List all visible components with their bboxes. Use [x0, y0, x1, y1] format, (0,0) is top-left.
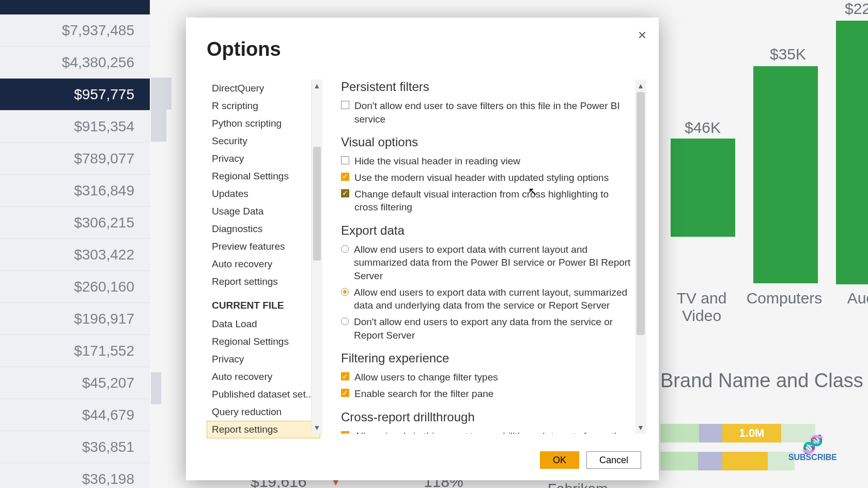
options-dialog: × Options DirectQueryR scriptingPython s…: [186, 18, 659, 480]
table-row: $36,198: [0, 463, 150, 488]
brand-label: Fabrikam: [548, 481, 608, 488]
content-scrollbar[interactable]: ▲ ▼: [635, 80, 646, 434]
section-title-export: Export data: [341, 223, 631, 238]
scroll-up-icon[interactable]: ▲: [635, 80, 646, 92]
section-title-crossreport: Cross-report drillthrough: [341, 410, 631, 424]
checkbox-label: Allow visuals in this report to use dril…: [354, 430, 631, 434]
sidebar-item[interactable]: Data Load: [207, 315, 320, 333]
checkbox[interactable]: ✓: [341, 173, 349, 181]
bar-label: $46K: [685, 119, 721, 136]
chart-cat: Computers: [743, 289, 826, 307]
table-row: $4,380,256: [0, 47, 150, 79]
subscribe-badge: 🧬 SUBSCRIBE: [788, 435, 837, 462]
table-row: $303,422: [0, 239, 150, 271]
checkbox[interactable]: [341, 156, 349, 164]
sidebar-item[interactable]: Privacy: [207, 150, 320, 167]
table-row: $915,354: [0, 111, 150, 143]
sidebar-item[interactable]: Report settings: [207, 421, 320, 438]
sidebar-item[interactable]: Auto recovery: [207, 255, 320, 273]
chart-cat: Audio: [826, 289, 868, 307]
sidebar-item[interactable]: Report settings: [207, 273, 320, 291]
options-sidebar: DirectQueryR scriptingPython scriptingSe…: [207, 80, 320, 434]
checkbox-label: Don't allow end user to save filters on …: [354, 99, 631, 126]
radio[interactable]: [341, 288, 349, 296]
table-row: $196,917: [0, 303, 150, 335]
checkbox[interactable]: [341, 101, 349, 109]
scroll-thumb[interactable]: [637, 92, 645, 335]
table-row: $45,207: [0, 367, 150, 399]
sidebar-item[interactable]: Updates: [207, 185, 320, 203]
section-title-filtering: Filtering experience: [341, 351, 631, 365]
scroll-thumb[interactable]: [313, 147, 321, 261]
table-row: $171,552: [0, 335, 150, 367]
sidebar-item[interactable]: DirectQuery: [207, 80, 320, 97]
checkbox-label: Allow users to change filter types: [354, 371, 498, 384]
dna-icon: 🧬: [788, 435, 837, 453]
chart-cat: TV and Video: [660, 289, 743, 325]
checkbox[interactable]: ✓: [341, 372, 349, 380]
section-title-visual: Visual options: [341, 135, 631, 149]
checkbox[interactable]: ✓: [341, 389, 349, 397]
radio-label: Allow end users to export data with curr…: [354, 243, 631, 283]
sidebar-item[interactable]: Query reduction: [207, 403, 320, 421]
close-button[interactable]: ×: [638, 27, 646, 43]
radio[interactable]: [341, 245, 349, 253]
checkbox-label: Hide the visual header in reading view: [354, 155, 520, 168]
bar-label: $22K: [845, 0, 868, 18]
table-row: $957,775: [0, 79, 150, 111]
sidebar-item[interactable]: Usage Data: [207, 203, 320, 220]
sidebar-item[interactable]: R scripting: [207, 97, 320, 115]
bar-label: $35K: [770, 45, 806, 63]
table-row: $260,160: [0, 271, 150, 303]
bar: [836, 21, 868, 284]
table-row: $36,851: [0, 431, 150, 463]
table-row: $316,849: [0, 175, 150, 207]
bg-bar: [151, 110, 166, 142]
checkbox[interactable]: ✓: [341, 189, 349, 197]
background-table: $7,937,485$4,380,256$957,775$915,354$789…: [0, 0, 150, 488]
table-row: $306,215: [0, 207, 150, 239]
section-title-persistent: Persistent filters: [341, 80, 631, 94]
radio-label: Allow end users to export data with curr…: [354, 286, 631, 312]
radio-label: Don't allow end users to export any data…: [354, 315, 631, 342]
sidebar-item[interactable]: Diagnostics: [207, 220, 320, 238]
sidebar-item[interactable]: Published dataset set...: [207, 386, 320, 403]
bar: [753, 66, 818, 283]
table-row: $789,077: [0, 143, 150, 175]
chart-title: Brand Name and Class: [660, 370, 863, 392]
sidebar-item[interactable]: Privacy: [207, 350, 320, 368]
bg-bar: [151, 372, 161, 404]
table-row: $7,937,485: [0, 14, 150, 47]
stacked-bar: [660, 452, 795, 470]
sidebar-item[interactable]: Python scripting: [207, 115, 320, 132]
sidebar-item[interactable]: Regional Settings: [207, 167, 320, 185]
cancel-button[interactable]: Cancel: [586, 451, 641, 469]
checkbox-label: Enable search for the filter pane: [354, 387, 493, 401]
radio[interactable]: [341, 317, 349, 325]
checkbox-label: Change default visual interaction from c…: [354, 188, 631, 214]
bg-bar: [151, 78, 172, 110]
sidebar-item[interactable]: Auto recovery: [207, 368, 320, 386]
ok-button[interactable]: OK: [540, 451, 579, 469]
checkbox-label: Use the modern visual header with update…: [354, 171, 609, 185]
bar: [671, 139, 735, 237]
dialog-title: Options: [186, 18, 659, 73]
table-row: $44,679: [0, 399, 150, 431]
sidebar-section-head: CURRENT FILE: [207, 291, 320, 315]
options-content: Persistent filters Don't allow end user …: [320, 80, 646, 434]
sidebar-item[interactable]: Security: [207, 132, 320, 150]
scroll-down-icon[interactable]: ▼: [635, 421, 646, 434]
checkbox[interactable]: ✓: [341, 431, 349, 434]
sidebar-item[interactable]: Preview features: [207, 238, 320, 255]
sidebar-item[interactable]: Regional Settings: [207, 333, 320, 350]
